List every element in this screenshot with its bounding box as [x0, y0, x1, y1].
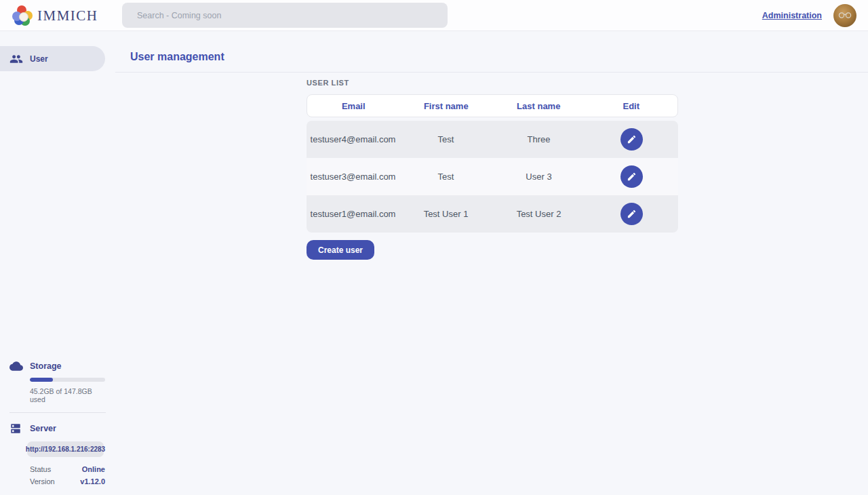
user-list-label: USER LIST	[307, 79, 678, 87]
app-header: IMMICH Administration	[0, 0, 868, 31]
col-header-email: Email	[307, 101, 400, 111]
col-header-edit: Edit	[585, 101, 678, 111]
server-title: Server	[30, 424, 56, 433]
cell-first-name: Test User 1	[399, 209, 492, 219]
search-bar[interactable]	[122, 3, 448, 28]
edit-user-button[interactable]	[620, 128, 643, 151]
storage-header: Storage	[9, 359, 115, 373]
cell-email: testuser3@email.com	[307, 172, 399, 182]
cell-last-name: Test User 2	[492, 209, 585, 219]
version-label: Version	[30, 477, 55, 486]
storage-progress-bar	[30, 378, 105, 382]
administration-link[interactable]: Administration	[762, 11, 822, 20]
server-icon	[9, 422, 23, 435]
status-label: Status	[30, 465, 51, 473]
title-divider	[115, 72, 868, 73]
brand: IMMICH	[12, 5, 98, 26]
brand-title: IMMICH	[37, 7, 98, 24]
cell-first-name: Test	[399, 134, 492, 144]
cell-last-name: User 3	[492, 172, 585, 182]
server-version-row: Version v1.12.0	[30, 477, 105, 486]
immich-app: IMMICH Administration User	[0, 0, 868, 495]
table-header-row: Email First name Last name Edit	[307, 94, 678, 117]
pencil-icon	[627, 172, 637, 182]
edit-user-button[interactable]	[620, 165, 643, 188]
storage-title: Storage	[30, 361, 62, 371]
sidebar-item-user[interactable]: User	[0, 46, 105, 71]
cell-first-name: Test	[399, 172, 492, 182]
version-value: v1.12.0	[80, 477, 105, 486]
server-url-badge: http://192.168.1.216:2283	[27, 441, 104, 457]
cell-last-name: Three	[492, 134, 585, 144]
cell-email: testuser4@email.com	[307, 134, 399, 144]
pencil-icon	[627, 134, 637, 144]
user-list-section: USER LIST Email First name Last name Edi…	[307, 79, 678, 260]
table-row: testuser3@email.com Test User 3	[307, 158, 678, 195]
create-user-button[interactable]: Create user	[307, 240, 374, 260]
glasses-icon	[838, 12, 852, 18]
server-header: Server	[9, 422, 115, 435]
table-row: testuser4@email.com Test Three	[307, 121, 678, 158]
users-group-icon	[9, 52, 24, 66]
user-avatar[interactable]	[833, 4, 856, 27]
edit-user-button[interactable]	[620, 203, 643, 225]
storage-usage-text: 45.2GB of 147.8GB used	[30, 387, 105, 403]
status-value: Online	[82, 465, 105, 473]
col-header-last-name: Last name	[492, 101, 585, 111]
storage-progress-fill	[30, 378, 53, 382]
table-body: testuser4@email.com Test Three t	[307, 121, 678, 233]
user-table: Email First name Last name Edit testuser…	[307, 94, 678, 233]
server-status-row: Status Online	[30, 465, 105, 473]
search-input[interactable]	[122, 3, 448, 28]
col-header-first-name: First name	[400, 101, 493, 111]
table-row: testuser1@email.com Test User 1 Test Use…	[307, 195, 678, 233]
page-title: User management	[130, 51, 224, 63]
cloud-icon	[9, 359, 23, 373]
sidebar-divider	[9, 412, 106, 413]
cell-email: testuser1@email.com	[307, 209, 399, 219]
sidebar: User Storage 45.2GB of 147.8GB used	[0, 31, 115, 495]
sidebar-item-user-label: User	[30, 54, 48, 64]
pencil-icon	[627, 209, 637, 219]
sidebar-status-panel: Storage 45.2GB of 147.8GB used Server ht…	[0, 359, 115, 486]
immich-logo-icon	[12, 5, 33, 26]
header-right: Administration	[762, 0, 856, 31]
main-content: User management USER LIST Email First na…	[115, 31, 868, 495]
